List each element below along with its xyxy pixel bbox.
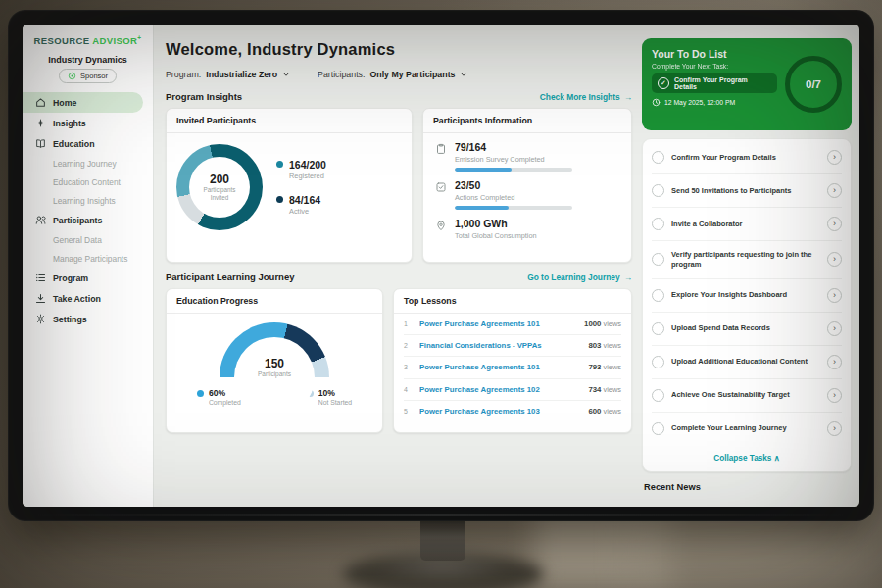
lesson-link[interactable]: Power Purchase Agreements 101 (419, 363, 580, 371)
sidebar-item-learning-insights[interactable]: Learning Insights (23, 191, 153, 210)
task-item[interactable]: Invite a Collaborator › (652, 208, 842, 241)
sidebar-item-education[interactable]: Education (23, 133, 153, 154)
card-title: Participants Information (423, 109, 631, 133)
lesson-row: 3 Power Purchase Agreements 101 793 view… (404, 357, 621, 378)
chevron-right-icon[interactable]: › (827, 355, 842, 369)
checkbox-circle[interactable] (652, 289, 664, 302)
chevron-down-icon (282, 71, 290, 78)
checkbox-circle[interactable] (652, 422, 664, 435)
sidebar-item-take-action[interactable]: Take Action (23, 288, 153, 309)
sponsor-badge-label: Sponsor (80, 72, 108, 80)
task-item[interactable]: Achieve One Sustainability Target › (652, 379, 842, 413)
book-icon (35, 138, 46, 149)
go-to-learning-journey-link[interactable]: Go to Learning Journey → (527, 272, 632, 282)
checkbox-circle[interactable] (652, 218, 664, 230)
main-content: Welcome, Industry Dynamics Program: Indu… (154, 24, 640, 507)
chevron-right-icon[interactable]: › (827, 183, 842, 198)
map-pin-icon (435, 220, 447, 231)
lesson-views: 803 views (588, 341, 621, 350)
chevron-right-icon[interactable]: › (827, 388, 842, 403)
donut-center-value: 200 (210, 172, 229, 186)
clock-icon (652, 98, 661, 107)
chevron-right-icon[interactable]: › (827, 150, 842, 165)
chevron-right-icon[interactable]: › (827, 252, 842, 267)
sidebar-item-insights[interactable]: Insights (23, 113, 153, 133)
invited-participants-card: Invited Participants 200 Participants In… (166, 108, 413, 263)
task-item[interactable]: Explore Your Insights Dashboard › (652, 279, 842, 313)
lesson-link[interactable]: Power Purchase Agreements 102 (419, 385, 580, 394)
monitor-bezel: RESOURCE ADVISOR+ Industry Dynamics Spon… (8, 10, 874, 521)
lesson-row: 5 Power Purchase Agreements 103 600 view… (404, 401, 621, 421)
photo-background: RESOURCE ADVISOR+ Industry Dynamics Spon… (0, 0, 882, 588)
task-item[interactable]: Upload Spend Data Records › (652, 313, 842, 346)
checkbox-circle[interactable] (652, 184, 664, 197)
lesson-row: 1 Power Purchase Agreements 101 1000 vie… (404, 314, 621, 335)
participants-filter-label: Participants: (318, 70, 365, 79)
chevron-right-icon[interactable]: › (827, 321, 842, 336)
lesson-link[interactable]: Power Purchase Agreements 101 (419, 319, 576, 328)
dashboard-screen: RESOURCE ADVISOR+ Industry Dynamics Spon… (23, 24, 859, 507)
program-filter-label: Program: (166, 70, 201, 79)
participants-filter-value: Only My Participants (369, 70, 455, 79)
todo-summary-card: Your To Do List Complete Your Next Task:… (642, 38, 852, 130)
task-item[interactable]: Send 50 Invitations to Participants › (652, 174, 842, 208)
sidebar-item-general-data[interactable]: General Data (23, 230, 153, 249)
sidebar-nav: Home Insights Education Learning Journey… (23, 92, 153, 329)
page-title: Welcome, Industry Dynamics (166, 40, 632, 59)
checkbox-circle[interactable] (652, 253, 664, 266)
task-item[interactable]: Upload Additional Educational Content › (652, 346, 842, 379)
task-item[interactable]: Confirm Your Program Details › (652, 141, 842, 174)
checkbox-circle[interactable] (652, 322, 664, 335)
filters-row: Program: Industrialize Zero Participants… (166, 70, 632, 79)
chevron-right-icon[interactable]: › (827, 288, 842, 303)
program-filter-value: Industrialize Zero (206, 70, 277, 79)
people-icon (35, 215, 46, 225)
learning-journey-header: Participant Learning Journey Go to Learn… (166, 271, 632, 282)
top-lessons-card: Top Lessons 1 Power Purchase Agreements … (393, 288, 632, 433)
gauge-center-label: Participants (220, 370, 329, 377)
sidebar-item-education-content[interactable]: Education Content (23, 172, 153, 191)
education-progress-card: Education Progress 150 Participants (166, 288, 383, 433)
lesson-views: 734 views (588, 385, 621, 394)
sidebar-item-learning-journey[interactable]: Learning Journey (23, 154, 153, 172)
global-consumption-stat: 1,000 GWh Total Global Consumption (435, 218, 619, 244)
todo-title: Your To Do List (652, 48, 777, 60)
clipboard-icon (435, 143, 447, 155)
progress-bar (455, 206, 572, 210)
sidebar-item-program[interactable]: Program (23, 268, 153, 288)
sidebar-item-settings[interactable]: Settings (23, 309, 153, 329)
participants-filter-dropdown[interactable]: Participants: Only My Participants (318, 70, 467, 79)
collapse-tasks-link[interactable]: Collapse Tasks ∧ (652, 445, 842, 469)
task-item[interactable]: Verify participants requesting to join t… (652, 241, 842, 279)
check-more-insights-link[interactable]: Check More Insights → (540, 92, 632, 102)
chevron-right-icon[interactable]: › (827, 217, 842, 231)
program-filter-dropdown[interactable]: Program: Industrialize Zero (166, 70, 290, 79)
sidebar-item-home[interactable]: Home (23, 92, 143, 113)
checkbox-circle[interactable] (652, 151, 664, 164)
sidebar-item-manage-participants[interactable]: Manage Participants (23, 249, 153, 268)
list-icon (35, 272, 46, 283)
chevron-right-icon[interactable]: › (827, 421, 842, 436)
sponsor-badge: Sponsor (59, 69, 117, 83)
card-title: Education Progress (167, 289, 382, 314)
arrow-right-icon: → (624, 272, 632, 282)
section-title-program-insights: Program Insights (166, 91, 242, 102)
task-item[interactable]: Complete Your Learning Journey › (652, 413, 842, 445)
lesson-views: 1000 views (584, 319, 621, 328)
monitor-stand-neck (420, 517, 466, 561)
lesson-link[interactable]: Financial Considerations - VPPAs (419, 341, 580, 350)
learning-cards-row: Education Progress 150 Participants (166, 288, 632, 433)
legend-dot (276, 161, 283, 168)
target-icon (68, 72, 76, 80)
checkbox-circle[interactable] (652, 356, 664, 368)
gear-icon (35, 314, 46, 324)
sidebar-item-participants[interactable]: Participants (23, 210, 153, 230)
lesson-link[interactable]: Power Purchase Agreements 103 (419, 407, 580, 416)
checkbox-circle[interactable] (652, 389, 664, 402)
next-task-pill[interactable]: ✓ Confirm Your Program Details (652, 74, 777, 93)
participants-information-card: Participants Information 79/164 Emission… (422, 108, 632, 263)
card-title: Top Lessons (394, 289, 631, 314)
chevron-up-icon: ∧ (774, 454, 780, 463)
logo-secondary: ADVISOR (92, 35, 137, 46)
lesson-views: 600 views (588, 407, 621, 416)
